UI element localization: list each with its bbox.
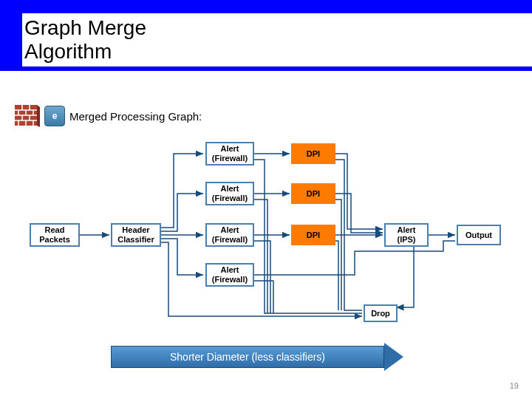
title-bar: Graph Merge Algorithm <box>0 0 532 71</box>
node-label: Header Classifier <box>117 225 154 244</box>
node-output: Output <box>457 225 501 245</box>
node-label: Alert (Firewall) <box>212 184 248 202</box>
node-header-classifier: Header Classifier <box>111 223 161 247</box>
node-label: DPI <box>307 149 320 159</box>
node-label: Alert (Firewall) <box>212 265 248 284</box>
node-alert-ips: Alert (IPS) <box>384 223 429 247</box>
node-label: Read Packets <box>39 225 70 244</box>
node-label: DPI <box>307 189 320 199</box>
node-dpi-2: DPI <box>291 183 335 204</box>
node-dpi-3: DPI <box>291 225 335 245</box>
node-alert-firewall-3: Alert (Firewall) <box>205 223 254 247</box>
node-read-packets: Read Packets <box>30 223 80 247</box>
node-label: Drop <box>371 309 390 318</box>
banner-text: Shorter Diameter (less classifiers) <box>170 351 325 363</box>
node-label: Output <box>466 231 492 240</box>
node-label: DPI <box>307 231 320 240</box>
node-label: Alert (Firewall) <box>212 144 248 163</box>
page-title: Graph Merge Algorithm <box>22 13 532 66</box>
diagram: Read Packets Header Classifier Alert (Fi… <box>0 133 532 332</box>
node-alert-firewall-1: Alert (Firewall) <box>205 142 254 166</box>
app-icon: e <box>44 106 65 126</box>
firewall-icon <box>15 105 40 127</box>
node-drop: Drop <box>364 304 398 322</box>
node-label: Alert (Firewall) <box>212 225 248 244</box>
node-alert-firewall-2: Alert (Firewall) <box>205 182 254 205</box>
page-number: 19 <box>510 381 519 390</box>
node-dpi-1: DPI <box>291 143 335 164</box>
svg-marker-14 <box>37 105 40 127</box>
banner-arrow: Shorter Diameter (less classifiers) <box>111 346 406 368</box>
node-alert-firewall-4: Alert (Firewall) <box>205 263 254 287</box>
connectors <box>0 133 532 332</box>
subtitle: Merged Processing Graph: <box>69 110 202 123</box>
node-label: Alert (IPS) <box>397 225 415 244</box>
